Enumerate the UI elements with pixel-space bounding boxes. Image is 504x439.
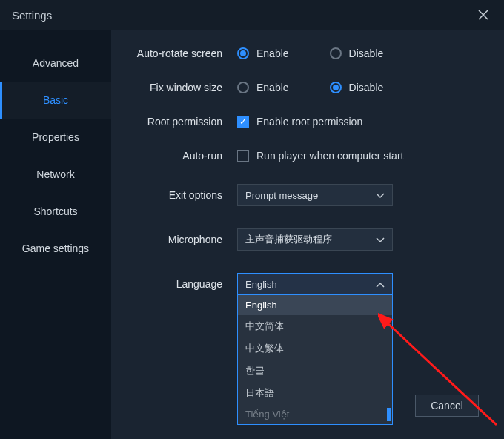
language-label: Language [126, 278, 237, 290]
chevron-up-icon [376, 279, 385, 290]
language-option-japanese[interactable]: 日本語 [238, 382, 392, 404]
auto-run-checkbox[interactable]: Run player when computer start [237, 150, 403, 162]
exit-options-select[interactable]: Prompt message [237, 184, 393, 206]
sidebar-item-network[interactable]: Network [0, 156, 111, 193]
sidebar-item-game-settings[interactable]: Game settings [0, 230, 111, 267]
auto-rotate-label: Auto-rotate screen [126, 47, 237, 59]
language-select[interactable]: English [237, 273, 393, 295]
fix-window-label: Fix window size [126, 82, 237, 93]
radio-icon [330, 82, 342, 93]
radio-icon [237, 82, 249, 93]
check-icon [237, 150, 249, 162]
root-permission-checkbox[interactable]: ✓ Enable root permission [237, 116, 362, 128]
radio-icon [237, 47, 249, 59]
fix-window-enable-radio[interactable]: Enable [237, 82, 289, 93]
sidebar-item-shortcuts[interactable]: Shortcuts [0, 193, 111, 230]
scrollbar-thumb[interactable] [387, 408, 391, 421]
titlebar: Settings [0, 0, 504, 30]
exit-options-label: Exit options [126, 189, 237, 201]
chevron-down-icon [376, 190, 385, 201]
language-option-korean[interactable]: 한글 [238, 360, 392, 382]
language-option-zh-traditional[interactable]: 中文繁体 [238, 337, 392, 360]
sidebar-item-basic[interactable]: Basic [0, 82, 111, 119]
language-dropdown: English 中文简体 中文繁体 한글 日本語 Tiếng Việt [237, 295, 393, 425]
auto-rotate-disable-radio[interactable]: Disable [330, 47, 384, 59]
cancel-button[interactable]: Cancel [415, 395, 479, 417]
window-title: Settings [12, 9, 52, 22]
close-icon[interactable] [474, 6, 492, 24]
check-icon: ✓ [237, 116, 249, 128]
microphone-label: Microphone [126, 234, 237, 245]
language-option-zh-simplified[interactable]: 中文简体 [238, 315, 392, 337]
auto-run-label: Auto-run [126, 150, 237, 162]
radio-icon [330, 47, 342, 59]
auto-rotate-enable-radio[interactable]: Enable [237, 47, 289, 59]
language-option-english[interactable]: English [238, 295, 392, 315]
language-option-vietnamese[interactable]: Tiếng Việt [238, 404, 392, 424]
sidebar-item-properties[interactable]: Properties [0, 119, 111, 156]
chevron-down-icon [376, 234, 385, 245]
microphone-select[interactable]: 主声音捕获驱动程序 [237, 228, 393, 251]
content: Auto-rotate screen Enable Disable Fix wi… [111, 30, 504, 439]
root-permission-label: Root permission [126, 116, 237, 128]
fix-window-disable-radio[interactable]: Disable [330, 82, 384, 93]
sidebar: Advanced Basic Properties Network Shortc… [0, 30, 111, 439]
sidebar-item-advanced[interactable]: Advanced [0, 44, 111, 82]
